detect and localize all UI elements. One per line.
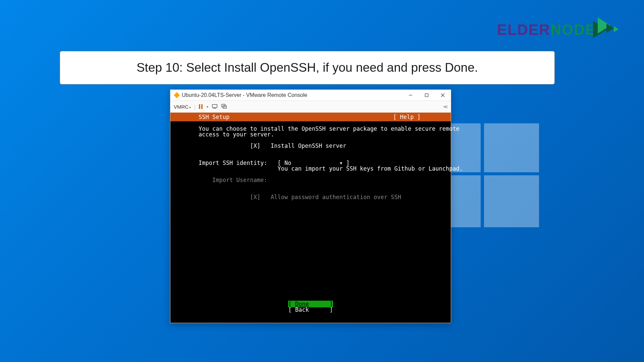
brand-text-elder: ELDER xyxy=(497,21,550,38)
send-keys-icon[interactable] xyxy=(212,104,218,110)
app-icon xyxy=(174,92,180,98)
chevron-down-icon[interactable]: ▾ xyxy=(207,105,208,109)
vmrc-window: Ubuntu-20.04LTS-Server - VMware Remote C… xyxy=(170,89,451,323)
svg-rect-1 xyxy=(425,94,428,97)
instruction-text: Step 10: Select Install OpenSSH, if you … xyxy=(137,61,478,75)
back-button[interactable]: [ Back______] xyxy=(288,307,333,313)
pause-icon xyxy=(199,104,203,109)
import-username-label: Import Username: xyxy=(212,177,267,183)
window-titlebar[interactable]: Ubuntu-20.04LTS-Server - VMware Remote C… xyxy=(170,90,451,101)
vmrc-menu[interactable]: VMRC▾ xyxy=(174,104,191,110)
close-button[interactable] xyxy=(435,90,451,101)
window-toolbar: VMRC▾ | ▾ ≪ xyxy=(170,101,451,113)
import-identity-label: Import SSH identity: xyxy=(199,160,267,166)
maximize-button[interactable] xyxy=(419,90,435,101)
import-identity-hint: You can import your SSH keys from Github… xyxy=(277,165,463,172)
install-openssh-label: Install OpenSSH server xyxy=(271,142,346,149)
console-footer: [ Done______] [ Back______] xyxy=(170,301,451,323)
window-title: Ubuntu-20.04LTS-Server - VMware Remote C… xyxy=(182,92,307,98)
minimize-button[interactable] xyxy=(402,90,419,101)
help-button[interactable]: [ Help ] xyxy=(393,114,421,120)
brand-text-node: NODE xyxy=(550,21,596,38)
collapse-icon[interactable]: ≪ xyxy=(443,104,447,109)
console-body: You can choose to install the OpenSSH se… xyxy=(170,121,451,200)
eldernode-logo: ELDER NODE xyxy=(497,17,623,42)
brand-mark-icon xyxy=(593,17,623,42)
install-openssh-checkbox[interactable]: [X] xyxy=(250,142,261,149)
console-header: SSH Setup [ Help ] xyxy=(170,113,451,121)
fullscreen-icon[interactable] xyxy=(221,104,227,110)
description-line2: access to your server. xyxy=(199,131,274,138)
terminal-console[interactable]: SSH Setup [ Help ] You can choose to ins… xyxy=(170,113,451,323)
instruction-box: Step 10: Select Install OpenSSH, if you … xyxy=(60,51,555,84)
console-title: SSH Setup xyxy=(199,114,229,120)
svg-rect-4 xyxy=(212,105,217,108)
allow-password-label: Allow password authentication over SSH xyxy=(271,194,401,200)
pause-button[interactable] xyxy=(199,104,203,109)
allow-password-checkbox: [X] xyxy=(250,194,261,200)
chevron-down-icon: ▾ xyxy=(189,106,191,109)
